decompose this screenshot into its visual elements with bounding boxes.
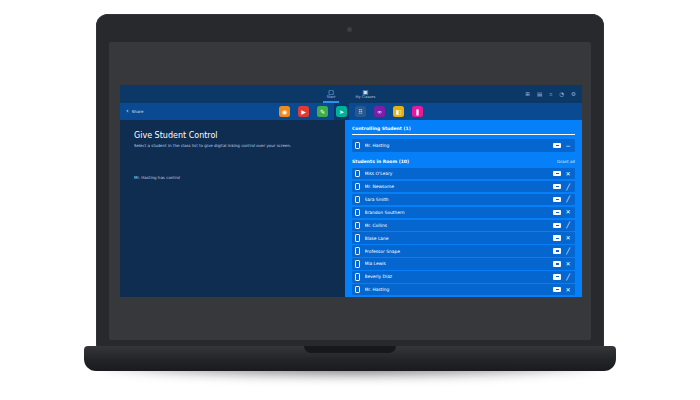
action-icon[interactable]: ✕ xyxy=(564,234,572,242)
student-name: Sara Smith xyxy=(365,197,554,202)
stop-icon: ▶ xyxy=(301,109,306,115)
student-row[interactable]: Blake Lane ✕ xyxy=(352,232,575,243)
tool-tiles: ◉ ▶ ✎ xyxy=(277,103,425,120)
device-phone-icon xyxy=(355,183,360,191)
device-phone-icon xyxy=(355,222,360,230)
student-row[interactable]: Mr. Newsome ╱ xyxy=(352,181,575,192)
controlling-section-header: Controlling Student (1) xyxy=(352,125,575,132)
student-row[interactable]: Brandon Southern ✕ xyxy=(352,207,575,218)
student-name: Brandon Southern xyxy=(365,210,554,215)
controlling-student-row[interactable]: Mr. Hasting − xyxy=(352,139,575,152)
action-icon[interactable]: ╱ xyxy=(564,273,572,281)
student-name: Mr. Newsome xyxy=(365,184,554,189)
thumbnails-tool[interactable]: ⠿ xyxy=(355,106,366,117)
grid-icon: ⠿ xyxy=(358,109,362,115)
give-control-icon: ➤ xyxy=(339,109,344,115)
timer-icon: ◧ xyxy=(396,109,402,115)
chevron-left-icon: ‹ xyxy=(126,108,129,115)
app-content: Give Student Control Select a student in… xyxy=(120,120,582,297)
action-icon[interactable]: ╱ xyxy=(564,183,572,191)
system-icons: ⊞ ▤ ⌗ ◔ ⚙ xyxy=(525,85,576,103)
screens-icon[interactable]: ▤ xyxy=(537,91,542,97)
device-phone-icon xyxy=(355,273,360,281)
student-row[interactable]: Mia Lewis ✕ xyxy=(352,258,575,269)
action-icon[interactable]: ✕ xyxy=(564,286,572,294)
lock-tool-wrap: ◉ xyxy=(277,103,292,120)
my-classes-tab-label: My Classes xyxy=(355,95,375,100)
pencil-icon: ✎ xyxy=(320,109,325,115)
annotate-tool-wrap: ✎ xyxy=(315,103,330,120)
screen-share-icon[interactable] xyxy=(553,143,561,149)
control-status-text: Mr. Hasting has control xyxy=(134,175,331,180)
lock-icon: ◉ xyxy=(282,109,287,115)
students-list: Miss O'Leary ✕ Mr. Newsome ╱ Sara Smith xyxy=(352,168,575,295)
student-row[interactable]: Mr. Hasting ✕ xyxy=(352,284,575,295)
share-icon[interactable]: ⌗ xyxy=(549,91,552,98)
screen-share-icon[interactable] xyxy=(553,197,561,203)
action-icon[interactable]: ╱ xyxy=(564,195,572,203)
annotate-tool[interactable]: ✎ xyxy=(317,106,328,117)
apps-icon[interactable]: ⊞ xyxy=(525,91,530,97)
give-control-tool-wrap: ➤ xyxy=(334,103,349,120)
stop-tool[interactable]: ▶ xyxy=(298,106,309,117)
action-icon[interactable]: ✕ xyxy=(564,170,572,178)
start-tab-label: Start xyxy=(327,95,336,100)
action-icon[interactable]: ╱ xyxy=(564,221,572,229)
laptop-lid: ▢ Start ▣ My Classes ⊞ ▤ ⌗ ◔ ⚙ xyxy=(96,14,604,350)
spotlight-icon: ❚ xyxy=(415,109,420,115)
back-button[interactable]: ‹ Share xyxy=(126,108,143,115)
page: ▢ Start ▣ My Classes ⊞ ▤ ⌗ ◔ ⚙ xyxy=(0,0,700,400)
student-row[interactable]: Professor Snape ╱ xyxy=(352,245,575,256)
thumbnails-tool-wrap: ⠿ xyxy=(353,103,368,120)
stop-tool-wrap: ▶ xyxy=(296,103,311,120)
link-tool-wrap: ∞ xyxy=(372,103,387,120)
give-control-tool[interactable]: ➤ xyxy=(336,106,347,117)
page-title: Give Student Control xyxy=(134,131,331,141)
link-tool[interactable]: ∞ xyxy=(374,106,385,117)
device-phone-icon xyxy=(355,234,360,242)
screen-share-icon[interactable] xyxy=(553,274,561,280)
app-titlebar: ▢ Start ▣ My Classes ⊞ ▤ ⌗ ◔ ⚙ xyxy=(120,85,582,103)
tab-my-classes[interactable]: ▣ My Classes xyxy=(351,85,379,103)
row-actions: − xyxy=(553,142,572,150)
students-section-header: Students in Room (10) xyxy=(352,158,409,165)
screen-share-icon[interactable] xyxy=(553,171,561,177)
device-phone-icon xyxy=(355,209,360,217)
action-icon[interactable]: ✕ xyxy=(564,208,572,216)
device-phone-icon xyxy=(355,286,360,294)
feature-toolbar: ‹ Share ◉ ▶ xyxy=(120,103,582,120)
tab-start[interactable]: ▢ Start xyxy=(323,85,340,103)
remove-control-icon[interactable]: − xyxy=(564,142,572,150)
screen-share-icon[interactable] xyxy=(553,223,561,229)
action-icon[interactable]: ╱ xyxy=(564,247,572,255)
settings-icon[interactable]: ⚙ xyxy=(571,91,576,97)
student-row[interactable]: Sara Smith ╱ xyxy=(352,194,575,205)
student-name: Beverly Diaz xyxy=(365,274,554,279)
titlebar-tabs: ▢ Start ▣ My Classes xyxy=(323,85,380,103)
student-name: Blake Lane xyxy=(365,236,554,241)
student-row[interactable]: Beverly Diaz ╱ xyxy=(352,271,575,282)
student-name: Miss O'Leary xyxy=(365,171,554,176)
clock-icon[interactable]: ◔ xyxy=(559,91,564,97)
action-icon[interactable]: ✕ xyxy=(564,260,572,268)
student-row[interactable]: Mr. Collins ╱ xyxy=(352,220,575,231)
app-window: ▢ Start ▣ My Classes ⊞ ▤ ⌗ ◔ ⚙ xyxy=(120,85,582,297)
controlling-student-name: Mr. Hasting xyxy=(365,143,554,148)
screen-share-icon[interactable] xyxy=(553,261,561,267)
spotlight-tool[interactable]: ❚ xyxy=(412,106,423,117)
screen-share-icon[interactable] xyxy=(553,287,561,293)
lock-tool[interactable]: ◉ xyxy=(279,106,290,117)
student-row[interactable]: Miss O'Leary ✕ xyxy=(352,168,575,179)
screen-share-icon[interactable] xyxy=(553,235,561,241)
screen-share-icon[interactable] xyxy=(553,210,561,216)
laptop-hinge-notch xyxy=(304,346,396,353)
student-name: Professor Snape xyxy=(365,249,554,254)
screen-share-icon[interactable] xyxy=(553,248,561,254)
device-phone-icon xyxy=(355,247,360,255)
screen-share-icon[interactable] xyxy=(553,184,561,190)
device-phone-icon xyxy=(355,142,360,150)
timer-tool[interactable]: ◧ xyxy=(393,106,404,117)
student-name: Mr. Hasting xyxy=(365,287,554,292)
grant-all-link[interactable]: Grant all xyxy=(557,159,575,164)
students-panel: Controlling Student (1) Mr. Hasting − St xyxy=(345,120,582,297)
